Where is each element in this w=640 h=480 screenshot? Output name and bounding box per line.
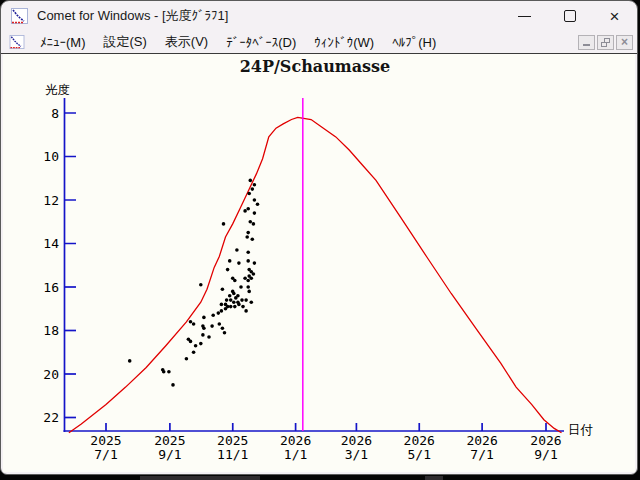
mdi-close-button[interactable]: × [616,35,633,50]
y-tick-label: 14 [43,236,59,251]
maximize-icon [564,10,576,22]
observation-point [167,370,171,374]
observation-point [246,207,250,211]
observation-point [228,259,232,263]
document-icon [9,35,25,49]
x-tick-label-date: 1/1 [284,447,307,462]
x-tick-label-year: 2025 [154,433,185,448]
x-tick-label-year: 2026 [466,433,497,448]
observation-point [234,296,238,300]
observation-point [246,250,250,254]
observation-point [220,303,224,307]
observation-point [207,335,211,339]
x-tick-label-date: 9/1 [158,447,181,462]
chart-client-area: 81012141618202220257/120259/1202511/1202… [3,54,635,472]
chart-title: 24P/Schaumasse [234,57,396,76]
observation-point [221,287,225,291]
app-window: Comet for Windows - [光度ｸﾞﾗﾌ1] × ﾒﾆｭｰ(M) … [0,0,638,475]
taskbar-strip [425,476,443,480]
mdi-child-controls: × [578,35,633,50]
menu-item-window[interactable]: ｳｨﾝﾄﾞｳ(W) [305,33,383,52]
app-icon [11,8,28,24]
observation-point [201,333,205,337]
observation-point [251,237,255,241]
y-tick-label: 8 [51,106,59,121]
menu-item-help[interactable]: ﾍﾙﾌﾟ(H) [383,33,445,52]
observation-point [244,298,248,302]
observation-point [252,272,256,276]
observation-point [256,203,260,207]
observation-point [211,314,215,318]
observation-point [202,327,206,331]
observation-point [185,357,189,361]
x-tick-label-year: 2025 [217,433,248,448]
observation-point [225,298,229,302]
y-tick-label: 16 [43,280,59,295]
observation-point [199,283,203,287]
menu-bar: ﾒﾆｭｰ(M) 設定(S) 表示(V) ﾃﾞｰﾀﾍﾞｰｽ(D) ｳｨﾝﾄﾞｳ(W… [1,31,637,54]
observation-point [246,259,250,263]
x-tick-label-date: 9/1 [534,447,557,462]
menu-item-database[interactable]: ﾃﾞｰﾀﾍﾞｰｽ(D) [217,33,305,52]
observation-point [218,322,222,326]
observation-point [237,303,241,307]
y-tick-label: 22 [43,410,59,425]
observation-point [223,331,227,335]
observation-point [222,222,226,226]
menu-item-view[interactable]: 表示(V) [156,31,217,53]
observation-point [245,235,249,239]
observation-point [229,305,233,309]
x-tick-label-year: 2026 [404,433,435,448]
menu-item-settings[interactable]: 設定(S) [95,31,156,53]
mdi-minimize-icon [583,44,590,46]
mdi-close-icon: × [621,36,628,48]
y-tick-label: 18 [43,323,59,338]
observation-point [250,300,254,304]
close-button[interactable]: × [592,1,637,31]
magnitude-chart: 81012141618202220257/120259/1202511/1202… [3,54,635,472]
observation-point [189,320,193,324]
observation-point [253,183,257,187]
x-tick-label-date: 7/1 [94,447,117,462]
menu-item-menu[interactable]: ﾒﾆｭｰ(M) [31,33,95,52]
observation-point [253,198,257,202]
title-bar[interactable]: Comet for Windows - [光度ｸﾞﾗﾌ1] × [1,1,637,31]
observation-point [233,305,237,309]
observation-point [240,298,244,302]
desktop: Comet for Windows - [光度ｸﾞﾗﾌ1] × ﾒﾆｭｰ(M) … [0,0,640,480]
observation-point [251,187,255,191]
observation-point [192,322,196,326]
observation-point [243,209,247,213]
y-tick-label: 10 [43,149,59,164]
observation-point [189,340,193,344]
y-tick-label: 12 [43,193,59,208]
taskbar-strip [140,476,260,480]
observation-point [244,309,248,313]
observation-point [241,305,245,309]
minimize-icon [518,16,531,17]
observation-point [224,307,228,311]
mdi-restore-button[interactable] [597,35,614,50]
observation-point [237,261,241,265]
observation-point [210,324,214,328]
observation-point [232,292,236,296]
predicted-curve [69,117,562,432]
observation-point [253,261,257,265]
observation-point [233,279,237,283]
x-tick-label-year: 2026 [530,433,561,448]
observation-point [192,351,196,355]
minimize-button[interactable] [502,1,547,31]
observation-point [249,220,253,224]
y-tick-label: 20 [43,367,59,382]
window-title: Comet for Windows - [光度ｸﾞﾗﾌ1] [37,7,228,25]
observation-point [220,309,224,313]
observation-point [194,344,198,348]
observation-point [253,211,257,215]
observation-point [199,342,203,346]
mdi-minimize-button[interactable] [578,35,595,50]
observation-point [171,383,175,387]
maximize-button[interactable] [547,1,592,31]
observation-point [232,300,236,304]
x-tick-label-year: 2025 [90,433,121,448]
observation-point [249,179,253,183]
